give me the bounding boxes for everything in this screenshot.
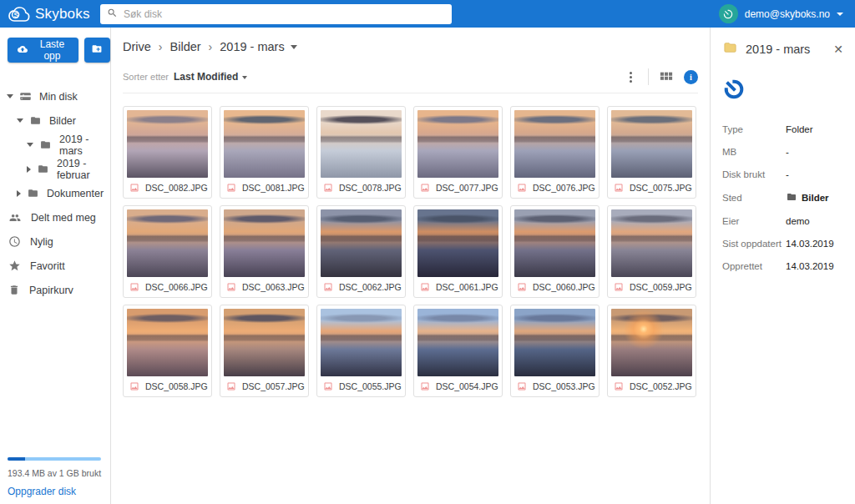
detail-row-opprettet: Opprettet 14.03.2019 [722, 261, 845, 271]
file-card[interactable]: DSC_0078.JPG [316, 106, 406, 199]
sidebar-item-label: Delt med meg [31, 212, 96, 224]
sidebar-item-favoritt[interactable]: Favoritt [0, 254, 110, 278]
storage-summary: 193.4 MB av 1 GB brukt Oppgrader disk [8, 457, 104, 497]
file-card[interactable]: DSC_0063.JPG [220, 205, 309, 298]
file-thumbnail [127, 209, 208, 277]
upload-button[interactable]: Laste opp [8, 38, 78, 63]
image-file-icon [420, 381, 430, 391]
file-name: DSC_0081.JPG [242, 183, 305, 193]
image-file-icon [614, 381, 624, 391]
folder-icon [786, 192, 797, 204]
file-name: DSC_0076.JPG [533, 183, 595, 193]
account-menu[interactable]: demo@skyboks.no [719, 4, 855, 23]
file-thumbnail [127, 309, 208, 376]
app-logo[interactable]: S Skyboks [0, 6, 100, 23]
file-thumbnail [514, 309, 595, 376]
search-icon [107, 7, 118, 22]
file-thumbnail [514, 110, 595, 178]
caret-down-icon[interactable] [7, 94, 13, 98]
sidebar-item-label: Dokumenter [47, 188, 104, 199]
image-file-icon [420, 282, 430, 292]
caret-right-icon[interactable] [27, 166, 31, 173]
close-icon[interactable]: ✕ [832, 41, 845, 58]
image-file-icon [323, 381, 333, 391]
sort-selector[interactable]: Last Modified [174, 71, 247, 83]
sidebar-item-dokumenter[interactable]: Dokumenter [0, 181, 110, 205]
app-name: Skyboks [35, 6, 90, 23]
file-name: DSC_0054.JPG [436, 381, 498, 391]
file-name: DSC_0078.JPG [339, 183, 402, 193]
file-card[interactable]: DSC_0057.JPG [220, 305, 309, 397]
file-card[interactable]: DSC_0060.JPG [510, 205, 600, 298]
file-card[interactable]: DSC_0066.JPG [123, 205, 212, 298]
location-value[interactable]: Bilder [802, 193, 829, 203]
file-name: DSC_0082.JPG [145, 183, 208, 193]
file-name: DSC_0058.JPG [145, 381, 208, 391]
file-thumbnail [611, 309, 692, 376]
search-input[interactable] [124, 8, 445, 20]
file-name: DSC_0052.JPG [630, 381, 692, 391]
sidebar-item-2019-februar[interactable]: 2019 - februar [0, 157, 110, 181]
file-card[interactable]: DSC_0058.JPG [123, 305, 212, 397]
sidebar-item-min-disk[interactable]: Min disk [0, 84, 110, 108]
sidebar-item-nylig[interactable]: Nylig [0, 229, 110, 254]
file-thumbnail [514, 209, 595, 277]
image-file-icon [129, 282, 139, 292]
file-card[interactable]: DSC_0081.JPG [220, 106, 309, 199]
caret-down-icon[interactable] [27, 143, 33, 147]
file-card[interactable]: DSC_0076.JPG [510, 106, 600, 199]
upgrade-disk-link[interactable]: Oppgrader disk [8, 486, 104, 497]
folder-icon [39, 139, 52, 150]
file-card[interactable]: DSC_0061.JPG [413, 205, 503, 298]
image-file-icon [323, 282, 333, 292]
file-card[interactable]: DSC_0054.JPG [413, 305, 503, 397]
folder-icon [37, 164, 49, 174]
sidebar-item-papirkurv[interactable]: Papirkurv [0, 278, 110, 302]
image-file-icon [129, 381, 139, 391]
file-grid: DSC_0082.JPGDSC_0081.JPGDSC_0078.JPGDSC_… [123, 106, 698, 397]
view-toolbar: i [625, 68, 698, 85]
breadcrumb-bilder[interactable]: Bilder [170, 40, 201, 53]
file-card[interactable]: DSC_0077.JPG [413, 106, 503, 199]
file-card[interactable]: DSC_0082.JPG [123, 106, 212, 199]
sidebar-item-2019-mars[interactable]: 2019 - mars [0, 133, 110, 157]
clock-icon [8, 235, 21, 248]
file-card[interactable]: DSC_0052.JPG [607, 305, 696, 397]
star-icon [8, 260, 21, 272]
sort-by-label: Sorter etter [123, 72, 169, 82]
breadcrumb-current[interactable]: 2019 - mars [220, 40, 284, 53]
file-name: DSC_0055.JPG [339, 381, 402, 391]
file-card[interactable]: DSC_0062.JPG [316, 205, 406, 298]
file-thumbnail [321, 110, 402, 178]
sidebar-item-delt-med-meg[interactable]: Delt med meg [0, 205, 110, 229]
info-icon[interactable]: i [684, 70, 698, 84]
caret-right-icon[interactable] [17, 190, 21, 197]
sidebar-item-bilder[interactable]: Bilder [0, 108, 110, 133]
folder-plus-icon [90, 43, 104, 57]
image-file-icon [517, 183, 527, 193]
grid-view-icon[interactable] [660, 70, 673, 83]
detail-rows: Type Folder MB - Disk brukt - Sted Bilde… [722, 124, 845, 271]
folder-icon [722, 41, 738, 58]
storage-progress-bar [8, 457, 101, 461]
file-name: DSC_0059.JPG [630, 282, 692, 292]
file-card[interactable]: DSC_0059.JPG [607, 205, 696, 298]
file-thumbnail [224, 309, 305, 376]
breadcrumb-drive[interactable]: Drive [123, 40, 151, 53]
main-content: Drive › Bilder › 2019 - mars Sorter ette… [111, 28, 710, 504]
detail-row-mb: MB - [722, 147, 845, 157]
sidebar-item-label: 2019 - mars [59, 134, 110, 157]
detail-row-sist-oppdatert: Sist oppdatert 14.03.2019 [722, 239, 845, 249]
search-box[interactable] [100, 4, 452, 24]
caret-down-icon[interactable] [291, 45, 297, 49]
image-file-icon [517, 381, 527, 391]
file-card[interactable]: DSC_0053.JPG [510, 305, 600, 397]
file-card[interactable]: DSC_0075.JPG [607, 106, 696, 199]
file-card[interactable]: DSC_0055.JPG [316, 305, 406, 397]
file-name: DSC_0062.JPG [339, 282, 402, 292]
file-thumbnail [417, 209, 498, 277]
new-folder-button[interactable] [84, 38, 110, 63]
caret-down-icon[interactable] [17, 118, 23, 123]
breadcrumb: Drive › Bilder › 2019 - mars [123, 40, 698, 53]
more-options-icon[interactable] [625, 70, 637, 84]
